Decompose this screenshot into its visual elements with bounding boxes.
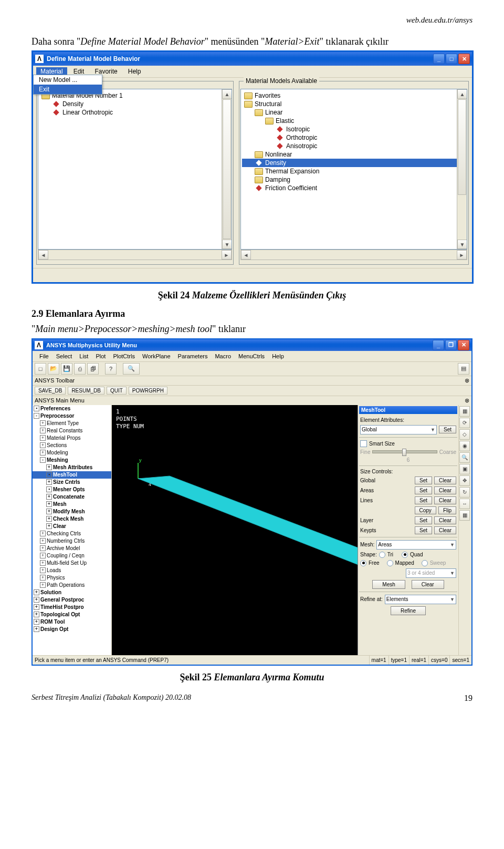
graphics-area[interactable]: 1 POINTS TYPE NUM y 4	[112, 405, 458, 655]
expand-icon[interactable]: +	[34, 604, 39, 610]
sc-copy[interactable]: Copy	[415, 506, 436, 514]
expand-icon[interactable]: +	[40, 553, 46, 558]
menu-menuctrls[interactable]: MenuCtrls	[235, 353, 268, 360]
tree-linear-ortho[interactable]: Linear Orthotropic	[39, 108, 230, 117]
scroll-thumb[interactable]	[223, 99, 231, 239]
tree-density[interactable]: Density	[39, 100, 230, 108]
sc-lines-set[interactable]: Set	[415, 496, 432, 504]
atb-resum_db[interactable]: RESUM_DB	[68, 387, 104, 395]
sc-global-set[interactable]: Set	[415, 477, 432, 484]
pick-icon[interactable]: ↔	[459, 499, 470, 509]
menu-workplane[interactable]: WorkPlane	[139, 353, 174, 360]
tree-favorites[interactable]: Favorites	[242, 91, 466, 100]
restore-button[interactable]: ❐	[445, 340, 457, 350]
menu-help[interactable]: Help	[124, 67, 145, 76]
tree-modify-mesh[interactable]: +Modify Mesh	[33, 508, 111, 515]
expand-icon[interactable]: +	[34, 626, 39, 632]
smart-size-checkbox[interactable]	[360, 440, 367, 447]
expand-icon[interactable]: +	[46, 509, 52, 514]
expand-icon[interactable]: ▪	[46, 472, 52, 478]
expand-icon[interactable]: -	[40, 457, 46, 463]
free-radio[interactable]	[360, 560, 366, 566]
expand-icon[interactable]: +	[46, 479, 52, 485]
scroll-down-icon[interactable]: ▼	[457, 240, 467, 249]
help-icon[interactable]: ?	[105, 363, 117, 375]
view-icon[interactable]: 🔍	[123, 363, 140, 375]
expand-icon[interactable]: +	[40, 567, 46, 573]
menu-select[interactable]: Select	[52, 353, 76, 360]
expand-icon[interactable]: +	[40, 420, 46, 426]
tree-path-operations[interactable]: +Path Operations	[33, 582, 111, 589]
menu-parameters[interactable]: Parameters	[174, 353, 212, 360]
tree-archive-model[interactable]: +Archive Model	[33, 545, 111, 552]
expand-icon[interactable]: +	[46, 464, 52, 470]
atb-powrgrph[interactable]: POWRGRPH	[129, 387, 167, 395]
tree-linear[interactable]: Linear	[242, 108, 466, 117]
menu-plotctrls[interactable]: PlotCtrls	[109, 353, 139, 360]
tree-element-type[interactable]: +Element Type	[33, 420, 111, 427]
tree-anisotropic[interactable]: Anisotropic	[242, 142, 466, 150]
pan-icon[interactable]: ✥	[459, 475, 470, 486]
sc-layer-set[interactable]: Set	[415, 516, 432, 524]
iso-icon[interactable]: ◇	[459, 429, 470, 440]
sc-keypts-set[interactable]: Set	[415, 526, 432, 534]
tree-rom-tool[interactable]: +ROM Tool	[33, 618, 111, 626]
save-icon[interactable]: 💾	[61, 363, 72, 375]
dropdown-exit[interactable]: Exit	[34, 85, 102, 94]
expand-icon[interactable]: ▪	[34, 406, 39, 411]
expand-icon[interactable]: +	[46, 523, 52, 529]
elem-attr-set-button[interactable]: Set	[439, 426, 456, 433]
sc-flip[interactable]: Flip	[438, 506, 456, 514]
menu-macro[interactable]: Macro	[211, 353, 235, 360]
tree-topological-opt[interactable]: +Topological Opt	[33, 611, 111, 618]
expand-icon[interactable]: ▪	[46, 486, 52, 492]
expand-icon[interactable]: +	[46, 501, 52, 507]
sc-areas-set[interactable]: Set	[415, 486, 432, 494]
scrollbar-h[interactable]: ◄ ►	[38, 250, 232, 260]
elem-attr-select[interactable]: Global▼	[360, 425, 437, 434]
sc-areas-clear[interactable]: Clear	[434, 486, 456, 494]
new-icon[interactable]: □	[35, 363, 46, 375]
tree-concatenate[interactable]: +Concatenate	[33, 493, 111, 501]
tree-density-right[interactable]: Density	[242, 159, 466, 167]
collapse-icon[interactable]: ⊗	[465, 397, 469, 404]
atb-save_db[interactable]: SAVE_DB	[35, 387, 66, 395]
expand-icon[interactable]: +	[34, 619, 39, 625]
tilt-icon[interactable]: ↻	[459, 487, 470, 498]
close-button[interactable]: ✕	[458, 54, 470, 64]
tree-solution[interactable]: +Solution	[33, 589, 111, 596]
print-icon[interactable]: ⎙	[74, 363, 86, 375]
shape-tri-radio[interactable]	[379, 552, 385, 558]
scroll-up-icon[interactable]: ▲	[457, 89, 467, 99]
scroll-right-icon[interactable]: ►	[222, 250, 232, 260]
expand-icon[interactable]: +	[40, 428, 46, 433]
tree-size-cntrls[interactable]: +Size Cntrls	[33, 479, 111, 486]
expand-icon[interactable]: +	[40, 531, 46, 536]
tree-mesher-opts[interactable]: ▪Mesher Opts	[33, 486, 111, 493]
report-icon[interactable]: 🗐	[87, 363, 99, 375]
expand-icon[interactable]: +	[40, 435, 46, 441]
tree-nonlinear[interactable]: Nonlinear	[242, 150, 466, 159]
tree-design-opt[interactable]: +Design Opt	[33, 626, 111, 633]
scroll-left-icon[interactable]: ◄	[241, 250, 251, 260]
tool-right-icon[interactable]: ▤	[458, 363, 469, 375]
tree-preprocessor[interactable]: -Preprocessor	[33, 412, 111, 420]
plot-icon[interactable]: ▦	[459, 406, 470, 417]
tree-real-constants[interactable]: +Real Constants	[33, 427, 111, 434]
tree-preferences[interactable]: ▪Preferences	[33, 405, 111, 412]
scrollbar-v[interactable]: ▲ ▼	[457, 89, 467, 249]
shape-quad-radio[interactable]	[402, 552, 408, 558]
menu-file[interactable]: File	[36, 353, 52, 360]
maximize-button[interactable]: □	[446, 54, 457, 64]
expand-icon[interactable]: +	[40, 450, 46, 455]
tree-orthotropic[interactable]: Orthotropic	[242, 133, 466, 142]
dropdown-new-model[interactable]: New Model ...	[34, 75, 102, 85]
view-icon[interactable]: ◉	[459, 441, 470, 451]
tree-timehist-postpro[interactable]: +TimeHist Postpro	[33, 604, 111, 611]
refine-select[interactable]: Elements▼	[385, 595, 456, 604]
sc-lines-clear[interactable]: Clear	[434, 496, 456, 504]
expand-icon[interactable]: +	[40, 545, 46, 551]
minimize-button[interactable]: _	[433, 54, 445, 64]
menu-help[interactable]: Help	[268, 353, 288, 360]
atb-quit[interactable]: QUIT	[107, 387, 127, 395]
